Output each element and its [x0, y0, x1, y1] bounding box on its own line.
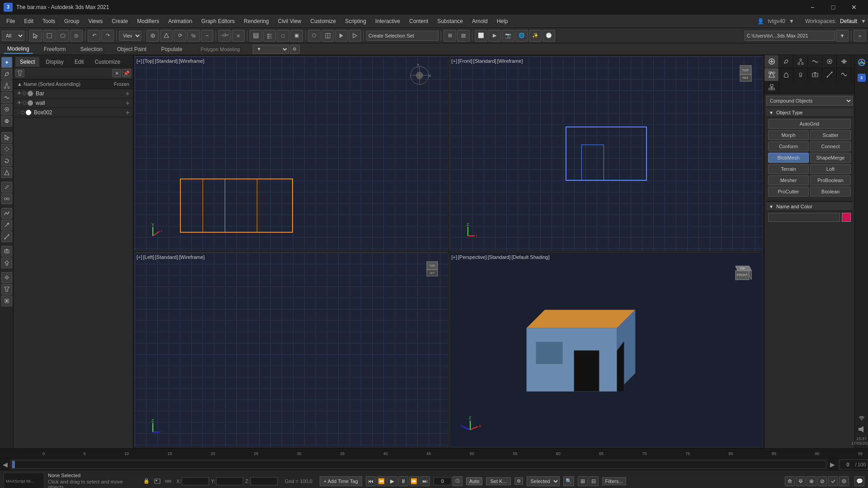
name-color-header[interactable]: ▼ Name and Color: [766, 202, 853, 211]
vp-shading-front[interactable]: [Wireframe]: [497, 58, 523, 64]
select-tool-btn[interactable]: [29, 30, 42, 42]
tab-object-paint[interactable]: Object Paint: [113, 45, 150, 53]
username[interactable]: tvtgv40: [768, 18, 785, 24]
chat-btn[interactable]: 💬: [854, 476, 864, 486]
tab-selection[interactable]: Selection: [76, 45, 106, 53]
menu-tools[interactable]: Tools: [38, 16, 60, 26]
prev-frame-btn[interactable]: ⏮: [366, 476, 376, 486]
maxscript-mini[interactable]: MAXScript Mi...: [4, 473, 44, 488]
named-sel-btn[interactable]: ▤: [457, 30, 470, 42]
left-icon-create[interactable]: [1, 57, 12, 68]
vp-mode-left[interactable]: [Standard]: [155, 254, 178, 260]
blobmesh-btn[interactable]: BlobMesh: [768, 153, 809, 163]
status-right-btn6[interactable]: [839, 476, 849, 486]
proboolean-btn[interactable]: ProBoolean: [810, 175, 851, 185]
scene-explorer-btn[interactable]: [263, 30, 276, 42]
status-right-btn4[interactable]: ⊘: [817, 476, 827, 486]
material-editor-btn[interactable]: ⬡: [308, 30, 321, 42]
tab-populate[interactable]: Populate: [157, 45, 186, 53]
nav-btn-1[interactable]: ⊞: [578, 476, 588, 486]
menu-substance[interactable]: Substance: [433, 16, 467, 26]
vp-mode-front[interactable]: [Standard]: [473, 58, 496, 64]
terrain-btn[interactable]: Terrain: [768, 164, 809, 174]
quick-render-btn[interactable]: ▶: [488, 30, 501, 42]
filter-dropdown[interactable]: All: [2, 31, 24, 41]
status-grid-icon[interactable]: [164, 477, 173, 486]
tab-modeling[interactable]: Modeling: [4, 45, 33, 54]
right-sub-cameras[interactable]: [808, 68, 822, 81]
redo-btn[interactable]: ↷: [101, 30, 114, 42]
right-sub-lights[interactable]: [793, 68, 808, 81]
y-input[interactable]: [216, 477, 243, 485]
viewport-left[interactable]: [+] [Left] [Standard] [Wireframe] TOP LF…: [134, 252, 448, 447]
viewport-top[interactable]: [+] [Top] [Standard] [Wireframe] Y X: [134, 56, 448, 251]
tab-freeform[interactable]: Freeform: [40, 45, 70, 53]
connect-btn[interactable]: Connect: [810, 141, 851, 151]
render-btn[interactable]: [335, 30, 348, 42]
next-key-btn[interactable]: ⏩: [409, 476, 419, 486]
next-frame-btn[interactable]: ⏭: [420, 476, 430, 486]
snap-2d-btn[interactable]: [146, 30, 159, 42]
left-icon-link[interactable]: [1, 182, 12, 192]
viewport-left-label[interactable]: [+] [Left] [Standard] [Wireframe]: [137, 254, 205, 260]
scene-close-btn[interactable]: ✕: [112, 69, 121, 77]
status-right-btn2[interactable]: ⟱: [796, 476, 806, 486]
right-tab-display[interactable]: [822, 55, 837, 68]
left-icon-hierarchy[interactable]: [1, 80, 12, 91]
vp-name-top[interactable]: [Top]: [143, 58, 154, 64]
right-tab-motion[interactable]: [808, 55, 822, 68]
nav-btn-2[interactable]: ⊟: [589, 476, 599, 486]
object-name-input[interactable]: [768, 213, 840, 222]
menu-interactive[interactable]: Interactive: [371, 16, 405, 26]
menu-edit[interactable]: Edit: [19, 16, 38, 26]
filters-btn[interactable]: Filters...: [602, 477, 626, 485]
morph-btn[interactable]: Morph: [768, 130, 809, 140]
app-icon-2[interactable]: 3: [856, 72, 867, 83]
object-category-dropdown[interactable]: Compound Objects: [766, 96, 853, 106]
percent-snap-btn[interactable]: %: [187, 30, 200, 42]
add-time-tag-btn[interactable]: + Add Time Tag: [320, 476, 362, 486]
status-view-icon[interactable]: [153, 477, 162, 486]
color-swatch[interactable]: [842, 213, 851, 222]
status-right-btn5[interactable]: [828, 476, 838, 486]
vp-name-front[interactable]: [Front]: [458, 58, 472, 64]
viewport-front[interactable]: [+] [Front] [Standard] [Wireframe] TOP F…: [449, 56, 764, 251]
maximize-button[interactable]: □: [823, 0, 844, 14]
conform-btn[interactable]: Conform: [768, 141, 809, 151]
vp-plus-persp[interactable]: [+]: [452, 254, 458, 260]
layer-manager-btn[interactable]: [250, 30, 262, 42]
right-sub-geometry[interactable]: [764, 68, 779, 81]
timeline-next-btn[interactable]: ▶: [828, 459, 838, 470]
scene-tab-select[interactable]: Select: [15, 57, 39, 67]
left-icon-paint[interactable]: [1, 220, 12, 230]
manage-sets-btn[interactable]: ⊞: [443, 30, 456, 42]
scene-tab-display[interactable]: Display: [41, 57, 68, 67]
loft-btn[interactable]: Loft: [810, 164, 851, 174]
set-key-btn[interactable]: Set K...: [486, 477, 510, 485]
right-sub-helpers[interactable]: [822, 68, 837, 81]
status-right-btn1[interactable]: ⟰: [785, 476, 795, 486]
current-frame-input[interactable]: [842, 462, 854, 467]
viewport-widget-left[interactable]: TOP LFT: [423, 259, 441, 277]
menu-rendering[interactable]: Rendering: [239, 16, 273, 26]
left-icon-bind[interactable]: [1, 193, 12, 204]
left-icon-modify[interactable]: [1, 69, 12, 80]
select-region-btn[interactable]: [43, 30, 56, 42]
menu-graph-editors[interactable]: Graph Editors: [197, 16, 239, 26]
scene-tab-customize[interactable]: Customize: [90, 57, 125, 67]
snap-3d-btn[interactable]: [160, 30, 173, 42]
scene-filter-btn[interactable]: [15, 69, 24, 77]
spinner-snap-btn[interactable]: ~: [201, 30, 213, 42]
left-icon-utilities[interactable]: [1, 116, 12, 127]
align-btn[interactable]: ≡: [232, 30, 245, 42]
render-history-btn[interactable]: 🕐: [542, 30, 555, 42]
workspace-dropdown-icon[interactable]: ▼: [861, 18, 866, 24]
vp-mode-top[interactable]: [Standard]: [155, 58, 178, 64]
scene-pin-btn[interactable]: 📌: [122, 69, 131, 77]
menu-group[interactable]: Group: [60, 16, 84, 26]
left-icon-isolate[interactable]: [1, 296, 12, 306]
menu-customize[interactable]: Customize: [306, 16, 341, 26]
left-icon-scale[interactable]: [1, 167, 12, 178]
menu-animation[interactable]: Animation: [164, 16, 197, 26]
right-tab-hierarchy[interactable]: [793, 55, 808, 68]
